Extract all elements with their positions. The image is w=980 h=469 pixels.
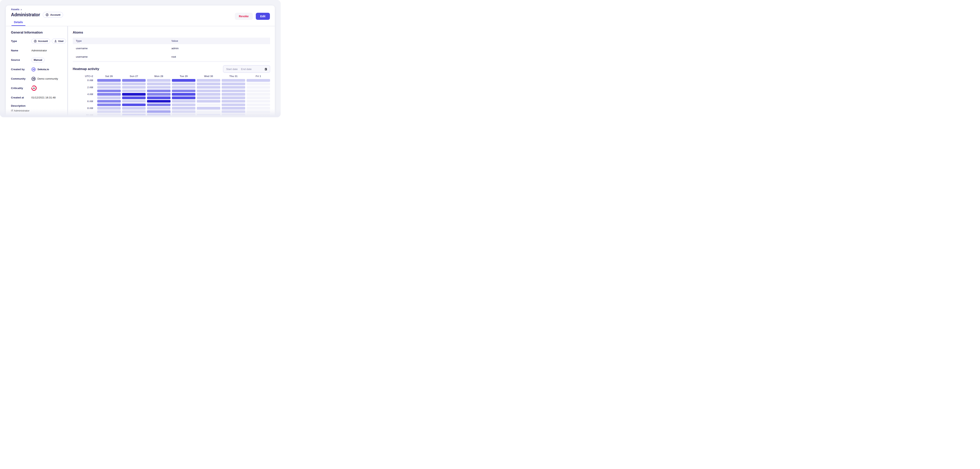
heatmap-cell[interactable] [222,86,245,89]
account-circle-icon [34,40,37,43]
heatmap-cell[interactable] [197,93,220,96]
heatmap-cell[interactable] [222,107,245,110]
heatmap-cell[interactable] [247,110,270,113]
heatmap-cell[interactable] [197,100,220,103]
heatmap-cell[interactable] [97,96,121,99]
heatmap-cell[interactable] [247,100,270,103]
table-row[interactable]: usernameadmin [73,44,270,53]
table-row[interactable]: usernameroot [73,53,270,61]
heatmap-cell[interactable] [197,86,220,89]
heatmap-cell[interactable] [222,89,245,93]
title-row: Administrator Account [11,12,63,18]
heatmap-hour-label: 6 AM [73,100,96,103]
heatmap-cell[interactable] [222,100,245,103]
heatmap-cell[interactable] [97,93,121,96]
heatmap-cell[interactable] [247,114,270,116]
heatmap-cell[interactable] [147,110,170,113]
heatmap-hour-label: 0 AM [73,79,96,82]
heatmap-cell[interactable] [97,86,121,89]
heatmap-cell[interactable] [197,96,220,99]
heatmap-cell[interactable] [172,114,196,116]
heatmap-cell[interactable] [122,89,146,93]
heatmap-cell[interactable] [122,83,146,85]
heatmap-cell[interactable] [247,79,270,82]
heatmap-cell[interactable] [147,89,170,93]
heatmap-cell[interactable] [122,96,146,99]
heatmap-cell[interactable] [222,83,245,85]
heatmap-cell[interactable] [172,107,196,110]
heatmap-cell[interactable] [172,86,196,89]
heatmap-cell[interactable] [122,114,146,116]
heatmap-cell[interactable] [172,83,196,85]
heatmap-cell[interactable] [122,86,146,89]
heatmap-cell[interactable] [172,79,196,82]
type-badge-user[interactable]: User [52,38,66,43]
heatmap-cell[interactable] [172,89,196,93]
edit-button[interactable]: Edit [256,13,270,20]
row-criticality: Criticality 90 [11,86,62,91]
heatmap-cell[interactable] [97,89,121,93]
heatmap-cell[interactable] [147,79,170,82]
created-at-label: Created at [11,96,31,99]
heatmap-cell[interactable] [222,110,245,113]
heatmap-cell[interactable] [147,93,170,96]
heatmap-day-header: UTC+2 Sat 26Sun 27Mon 28Tue 29Wed 30Thu … [73,75,270,78]
heatmap-cell[interactable] [197,110,220,113]
heatmap-cell[interactable] [147,104,170,106]
heatmap-cell[interactable] [97,114,121,116]
heatmap-cell[interactable] [197,79,220,82]
heatmap-cell[interactable] [172,110,196,113]
heatmap-cell[interactable] [222,93,245,96]
heatmap-cell[interactable] [172,96,196,99]
heatmap-cell[interactable] [197,89,220,93]
heatmap-cell[interactable] [97,79,121,82]
source-badge: Manual [31,57,45,62]
heatmap-cell[interactable] [97,110,121,113]
heatmap-cell[interactable] [147,114,170,116]
heatmap-cell[interactable] [197,104,220,106]
heatmap-cell[interactable] [247,96,270,99]
heatmap-cell[interactable] [122,107,146,110]
tab-details[interactable]: Details [11,21,25,26]
heatmap-cell[interactable] [247,107,270,110]
heatmap-cell[interactable] [172,100,196,103]
start-date-input[interactable]: Start date [226,68,238,70]
heatmap-cell[interactable] [147,100,170,103]
heatmap-cell[interactable] [222,114,245,116]
breadcrumb-assets-link[interactable]: Assets [11,8,19,11]
heatmap-cell[interactable] [247,83,270,85]
heatmap-cell[interactable] [147,107,170,110]
heatmap-cell[interactable] [197,114,220,116]
heatmap-cell[interactable] [222,96,245,99]
heatmap-cell[interactable] [147,83,170,85]
heatmap-cell[interactable] [122,79,146,82]
heatmap-cell[interactable] [97,100,121,103]
heatmap-cell[interactable] [222,79,245,82]
heatmap-cell[interactable] [197,107,220,110]
date-range-picker[interactable]: Start date End date [223,65,270,73]
calendar-icon[interactable] [264,67,267,71]
heatmap-cell[interactable] [147,96,170,99]
heatmap-cell[interactable] [122,104,146,106]
heatmap-cell[interactable] [247,104,270,106]
heatmap-cell[interactable] [247,86,270,89]
row-source: Source Manual [11,57,62,62]
end-date-input[interactable]: End date [241,68,252,70]
heatmap-cell[interactable] [222,104,245,106]
heatmap-cell[interactable] [97,104,121,106]
type-badge-account[interactable]: Account [31,38,50,44]
revoke-button[interactable]: Revoke [235,13,253,20]
heatmap-cell[interactable] [122,100,146,103]
heatmap-cell[interactable] [247,89,270,93]
heatmap-cell[interactable] [247,93,270,96]
heatmap-cell[interactable] [172,104,196,106]
heatmap-cell[interactable] [197,83,220,85]
heatmap-row: 8 AM [73,107,270,110]
heatmap-cell[interactable] [97,83,121,85]
heatmap-cell[interactable] [122,110,146,113]
heatmap-cell[interactable] [97,107,121,110]
community-value: Demo community [37,77,58,80]
heatmap-cell[interactable] [147,86,170,89]
heatmap-cell[interactable] [122,93,146,96]
heatmap-cell[interactable] [172,93,196,96]
